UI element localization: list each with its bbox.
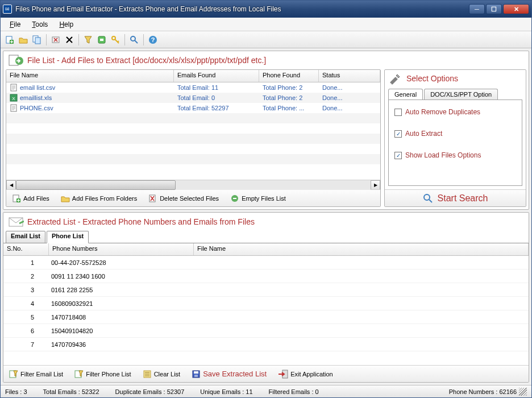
menu-help[interactable]: Help — [55, 19, 78, 30]
auto-remove-duplicates-checkbox[interactable] — [394, 109, 402, 116]
auto-extract-row[interactable]: ✓ Auto Extract — [394, 130, 516, 138]
file-row[interactable] — [6, 113, 380, 123]
tb-help-icon[interactable]: ? — [147, 34, 159, 45]
titlebar[interactable]: ✉ Files Phone and Email Extractor - Extr… — [1, 1, 531, 18]
close-button[interactable]: ✕ — [503, 4, 529, 14]
col-emails[interactable]: Emails Found — [174, 70, 259, 82]
file-row[interactable]: PHONE.csvTotal Email: 52297Total Phone: … — [6, 103, 380, 113]
extracted-title: Extracted List - Extracted Phone Numbers… — [27, 217, 255, 226]
extracted-row[interactable]: 100-44-207-5572528 — [3, 256, 529, 270]
options-icon — [389, 72, 403, 85]
exit-application-label: Exit Application — [290, 371, 333, 378]
save-extracted-label: Save Extracted List — [203, 370, 267, 378]
extracted-row[interactable]: 71470709436 — [3, 338, 529, 351]
delete-selected-label: Delete Selected Files — [160, 195, 219, 202]
tb-search-icon[interactable] — [128, 34, 140, 45]
extracted-row[interactable]: 51470718408 — [3, 310, 529, 324]
col-filename[interactable]: File Name — [6, 70, 174, 82]
sno-cell: 4 — [3, 300, 49, 307]
app-window: ✉ Files Phone and Email Extractor - Extr… — [0, 0, 532, 398]
status-filtered-emails: Filtered Emails : 0 — [269, 388, 319, 395]
tab-phone-list[interactable]: Phone List — [47, 231, 89, 243]
tb-add-file-icon[interactable] — [4, 34, 15, 45]
tb-separator — [124, 34, 125, 45]
filter-email-button[interactable]: Filter Email List — [6, 368, 66, 380]
extracted-row[interactable]: 6150409104820 — [3, 324, 529, 338]
extracted-row[interactable]: 4160809032921 — [3, 297, 529, 310]
scroll-track[interactable] — [16, 180, 371, 190]
exit-application-button[interactable]: Exit Application — [275, 368, 336, 380]
minimize-button[interactable]: ─ — [469, 4, 485, 14]
file-row[interactable] — [6, 164, 380, 175]
add-folders-button[interactable]: Add Files From Folders — [57, 193, 140, 204]
menu-file[interactable]: File — [5, 19, 25, 30]
file-row[interactable] — [6, 154, 380, 164]
tb-copy-icon[interactable] — [31, 34, 43, 45]
file-name-cell: email list.csv — [20, 84, 55, 91]
start-search-button[interactable]: Start Search — [385, 189, 526, 206]
show-load-files-label: Show Load Files Options — [405, 151, 481, 159]
auto-remove-duplicates-row[interactable]: Auto Remove Duplicates — [394, 108, 516, 116]
file-row[interactable]: email list.csvTotal Email: 11Total Phone… — [6, 82, 380, 93]
sno-cell: 3 — [3, 287, 49, 293]
empty-list-button[interactable]: Empty Files List — [227, 193, 289, 204]
search-icon — [423, 193, 433, 204]
col-status[interactable]: Status — [319, 70, 380, 82]
filter-phone-button[interactable]: Filter Phone List — [71, 368, 134, 380]
extracted-grid: S.No. Phone Numbers File Name 100-44-207… — [3, 243, 529, 365]
file-type-icon — [10, 104, 18, 112]
menu-tools[interactable]: Tools — [27, 19, 52, 30]
file-grid-body[interactable]: email list.csvTotal Email: 11Total Phone… — [6, 82, 380, 180]
phone-cell: Total Phone: 2 — [259, 94, 319, 102]
scroll-left-arrow[interactable]: ◀ — [6, 180, 16, 190]
tb-delete-icon[interactable] — [50, 34, 61, 45]
extracted-tabs: Email List Phone List — [3, 231, 529, 243]
svg-text:X: X — [12, 96, 15, 101]
extracted-row[interactable]: 30161 228 2255 — [3, 283, 529, 297]
start-search-label: Start Search — [438, 193, 488, 204]
delete-selected-button[interactable]: Delete Selected Files — [145, 193, 222, 204]
tb-add-folder-icon[interactable] — [18, 34, 29, 45]
sno-cell: 7 — [3, 341, 49, 348]
file-row[interactable] — [6, 144, 380, 154]
save-extracted-button[interactable]: Save Extracted List — [188, 368, 270, 380]
clear-list-button[interactable]: Clear List — [139, 368, 184, 380]
auto-extract-checkbox[interactable]: ✓ — [394, 130, 402, 138]
tb-save-icon[interactable] — [96, 34, 107, 45]
auto-remove-duplicates-label: Auto Remove Duplicates — [405, 108, 480, 116]
extracted-grid-body[interactable]: 100-44-207-557252820091 11 2340 16003016… — [3, 256, 529, 365]
tb-clear-icon[interactable] — [64, 34, 75, 45]
tab-doc[interactable]: DOC/XLS/PPT Option — [424, 89, 498, 100]
resize-grip[interactable] — [519, 388, 527, 396]
file-row[interactable]: Xemaillist.xlsTotal Email: 0Total Phone:… — [6, 93, 380, 103]
file-name-cell: PHONE.csv — [20, 105, 53, 111]
phone-number-cell: 0161 228 2255 — [49, 287, 194, 293]
tab-email-list[interactable]: Email List — [6, 231, 45, 243]
tb-filter-icon[interactable] — [82, 34, 94, 45]
file-grid-header: File Name Emails Found Phone Found Statu… — [6, 70, 380, 82]
empty-list-label: Empty Files List — [242, 195, 286, 202]
maximize-button[interactable]: ☐ — [486, 4, 502, 14]
file-row[interactable] — [6, 134, 380, 144]
tb-key-icon[interactable] — [110, 34, 121, 45]
tb-separator — [78, 34, 79, 45]
tab-general[interactable]: General — [388, 89, 423, 100]
col-phone-numbers[interactable]: Phone Numbers — [49, 243, 194, 255]
scroll-thumb[interactable] — [16, 180, 176, 190]
sno-cell: 2 — [3, 273, 49, 280]
extracted-row[interactable]: 20091 11 2340 1600 — [3, 270, 529, 283]
show-load-files-row[interactable]: ✓ Show Load Files Options — [394, 151, 516, 159]
scroll-right-arrow[interactable]: ▶ — [371, 180, 380, 190]
file-grid-hscrollbar[interactable]: ◀ ▶ — [6, 180, 380, 189]
file-list-icon — [8, 53, 24, 67]
col-ext-filename[interactable]: File Name — [194, 243, 529, 255]
col-sno[interactable]: S.No. — [3, 243, 49, 255]
sno-cell: 5 — [3, 314, 49, 321]
file-row[interactable] — [6, 123, 380, 134]
add-folders-label: Add Files From Folders — [72, 195, 137, 202]
phone-number-cell: 150409104820 — [49, 327, 194, 334]
col-phone[interactable]: Phone Found — [259, 70, 319, 82]
options-tabs: General DOC/XLS/PPT Option — [385, 87, 526, 100]
show-load-files-checkbox[interactable]: ✓ — [394, 152, 402, 159]
add-files-button[interactable]: Add Files — [9, 193, 53, 204]
